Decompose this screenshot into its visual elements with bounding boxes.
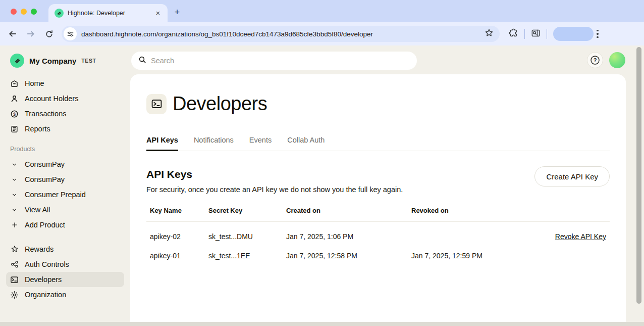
cell-key-name: apikey-02 xyxy=(150,232,208,241)
cell-key-name: apikey-01 xyxy=(150,252,208,260)
sidebar-item-label: Transactions xyxy=(25,110,66,118)
sidebar-item-label: Add Product xyxy=(25,221,65,229)
toolbar-divider xyxy=(547,29,547,39)
reload-icon[interactable] xyxy=(42,27,56,40)
section-description: For security, once you create an API key… xyxy=(146,185,403,194)
nodes-icon xyxy=(10,260,19,269)
sidebar-item-label: Home xyxy=(25,79,44,87)
tab-bar: API Keys Notifications Events Collab Aut… xyxy=(146,136,610,151)
page-scrollbar[interactable] xyxy=(636,47,641,304)
cell-secret-key: sk_test...DMU xyxy=(208,232,286,241)
sidebar-item-auth-controls[interactable]: Auth Controls xyxy=(6,257,124,272)
org-switcher[interactable]: My Company TEST xyxy=(6,53,124,69)
sidebar-item-transactions[interactable]: $ Transactions xyxy=(6,106,124,121)
plus-icon xyxy=(10,221,19,229)
chevron-down-icon xyxy=(10,175,19,184)
column-header-created-on: Created on xyxy=(286,207,411,214)
column-header-revoked-on: Revoked on xyxy=(411,207,535,214)
window-bottom-edge xyxy=(0,322,644,326)
browser-window: Highnote: Developer × + dashboard.highno… xyxy=(0,0,644,326)
svg-text:?: ? xyxy=(594,57,597,63)
sidebar-item-label: Consumer Prepaid xyxy=(25,191,86,199)
sidebar-item-account-holders[interactable]: Account Holders xyxy=(6,91,124,106)
cell-created-on: Jan 7, 2025, 1:06 PM xyxy=(286,232,411,241)
sidebar-item-label: View All xyxy=(25,206,50,214)
sidebar-item-label: Auth Controls xyxy=(25,260,69,268)
url-bar[interactable]: dashboard.highnote.com/organizations/og_… xyxy=(62,26,500,42)
browser-menu-icon[interactable] xyxy=(597,30,599,38)
home-icon xyxy=(10,79,19,88)
sidebar: My Company TEST Home Account Holders $ xyxy=(0,45,130,322)
revoke-api-key-link[interactable]: Revoke API Key xyxy=(555,232,606,241)
main-area: ? Developers API Keys Notifications Even… xyxy=(130,45,644,322)
sidebar-item-label: Rewards xyxy=(25,245,53,253)
dollar-circle-icon: $ xyxy=(10,110,19,118)
sidebar-item-label: Account Holders xyxy=(25,95,78,103)
page-terminal-icon xyxy=(146,94,167,114)
window-controls[interactable] xyxy=(11,9,37,15)
sidebar-item-label: ConsumPay xyxy=(25,175,65,183)
help-button[interactable]: ? xyxy=(587,52,603,68)
person-icon xyxy=(10,95,19,103)
toolbar-divider xyxy=(524,29,525,39)
developers-card: Developers API Keys Notifications Events… xyxy=(130,74,626,322)
highnote-favicon-icon xyxy=(55,9,64,18)
sparkle-icon xyxy=(10,245,19,254)
url-text[interactable]: dashboard.highnote.com/organizations/og_… xyxy=(81,30,480,38)
sidebar-item-view-all[interactable]: View All xyxy=(6,202,124,217)
close-tab-icon[interactable]: × xyxy=(153,9,163,18)
section-title: API Keys xyxy=(146,168,403,180)
minimize-window-button[interactable] xyxy=(21,9,27,15)
extensions-puzzle-icon[interactable] xyxy=(509,28,518,40)
terminal-icon xyxy=(10,275,19,284)
svg-text:$: $ xyxy=(13,111,16,116)
browser-tab[interactable]: Highnote: Developer × xyxy=(48,4,168,22)
site-settings-icon[interactable] xyxy=(64,27,77,40)
search-input[interactable] xyxy=(151,57,410,65)
sidebar-item-home[interactable]: Home xyxy=(6,76,124,91)
sidebar-item-label: Reports xyxy=(25,125,50,133)
tab-collab-auth[interactable]: Collab Auth xyxy=(287,136,325,151)
profile-chip[interactable] xyxy=(553,27,594,41)
column-header-key-name: Key Name xyxy=(150,207,208,214)
table-header-row: Key Name Secret Key Created on Revoked o… xyxy=(146,207,610,222)
sidebar-item-consumer-prepaid[interactable]: Consumer Prepaid xyxy=(6,187,124,202)
browser-toolbar: dashboard.highnote.com/organizations/og_… xyxy=(0,22,644,45)
document-icon xyxy=(10,125,19,133)
sidebar-item-consumpay-1[interactable]: ConsumPay xyxy=(6,157,124,172)
sidebar-item-rewards[interactable]: Rewards xyxy=(6,242,124,257)
sidebar-item-add-product[interactable]: Add Product xyxy=(6,217,124,232)
tab-strip: Highnote: Developer × + xyxy=(0,0,644,22)
tab-api-keys[interactable]: API Keys xyxy=(146,136,178,151)
chevron-down-icon xyxy=(10,206,19,214)
chevron-down-icon xyxy=(10,160,19,169)
new-tab-button[interactable]: + xyxy=(172,7,183,18)
side-panel-search-icon[interactable] xyxy=(531,28,541,40)
back-arrow-icon[interactable] xyxy=(6,27,19,40)
user-avatar[interactable] xyxy=(609,52,625,68)
sidebar-item-consumpay-2[interactable]: ConsumPay xyxy=(6,172,124,187)
tab-notifications[interactable]: Notifications xyxy=(194,136,234,151)
sidebar-item-reports[interactable]: Reports xyxy=(6,121,124,136)
cell-created-on: Jan 7, 2025, 12:58 PM xyxy=(286,252,411,260)
column-header-secret-key: Secret Key xyxy=(208,207,286,214)
chevron-down-icon xyxy=(10,191,19,199)
products-section-label: Products xyxy=(6,146,124,153)
cell-revoked-on: Jan 7, 2025, 12:59 PM xyxy=(411,252,535,260)
table-row: apikey-02 sk_test...DMU Jan 7, 2025, 1:0… xyxy=(146,227,610,246)
bookmark-star-icon[interactable] xyxy=(485,28,494,39)
sidebar-item-label: Developers xyxy=(25,275,62,284)
sidebar-item-label: ConsumPay xyxy=(25,160,65,168)
maximize-window-button[interactable] xyxy=(31,9,37,15)
environment-badge: TEST xyxy=(81,58,96,64)
search-icon xyxy=(138,56,146,66)
page-title: Developers xyxy=(173,93,267,115)
tab-title: Highnote: Developer xyxy=(68,10,149,17)
tab-events[interactable]: Events xyxy=(249,136,272,151)
create-api-key-button[interactable]: Create API Key xyxy=(534,166,610,187)
forward-arrow-icon[interactable] xyxy=(24,27,37,40)
sidebar-item-organization[interactable]: Organization xyxy=(6,287,124,302)
close-window-button[interactable] xyxy=(11,9,17,15)
global-search[interactable] xyxy=(131,52,417,70)
sidebar-item-developers[interactable]: Developers xyxy=(6,272,124,287)
